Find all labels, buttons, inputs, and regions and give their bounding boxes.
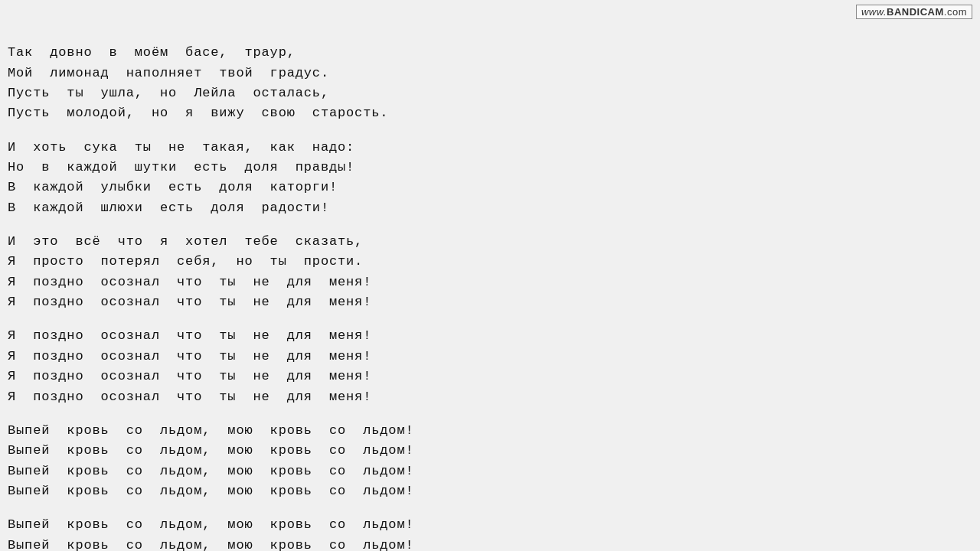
lyric-line: Выпей кровь со льдом, мою кровь со льдом… (8, 421, 972, 441)
lyric-line: Выпей кровь со льдом, мою кровь со льдом… (8, 481, 972, 501)
stanza-2: И это всё что я хотел тебе сказать,Я про… (8, 232, 972, 312)
lyric-line: Выпей кровь со льдом, мою кровь со льдом… (8, 441, 972, 461)
stanza-3: Я поздно осознал что ты не для меня!Я по… (8, 326, 972, 406)
lyric-line: Выпей кровь со льдом, мою кровь со льдом… (8, 461, 972, 481)
lyric-line: Пусть ты ушла, но Лейла осталась, (8, 83, 972, 103)
stanza-4: Выпей кровь со льдом, мою кровь со льдом… (8, 421, 972, 501)
lyric-line: Я поздно осознал что ты не для меня! (8, 292, 972, 312)
lyric-line: И хоть сука ты не такая, как надо: (8, 138, 972, 158)
lyric-line: Я поздно осознал что ты не для меня! (8, 326, 972, 346)
lyric-line: Пусть молодой, но я вижу свою старость. (8, 103, 972, 123)
lyric-line: Но в каждой шутки есть доля правды! (8, 158, 972, 178)
lyric-line: Выпей кровь со льдом, мою кровь со льдом… (8, 536, 972, 551)
lyric-line: В каждой шлюхи есть доля радости! (8, 198, 972, 218)
lyric-line: Я поздно осознал что ты не для меня! (8, 367, 972, 386)
lyric-line: Я поздно осознал что ты не для меня! (8, 272, 972, 292)
stanza-5: Выпей кровь со льдом, мою кровь со льдом… (8, 515, 972, 551)
watermark: www.BANDICAM.com (856, 5, 972, 19)
lyric-line: В каждой улыбки есть доля каторги! (8, 178, 972, 197)
lyric-line: Я просто потерял себя, но ты прости. (8, 252, 972, 272)
lyric-line: Мой лимонад наполняет твой градус. (8, 64, 972, 83)
lyric-line: Я поздно осознал что ты не для меня! (8, 387, 972, 407)
lyric-line: И это всё что я хотел тебе сказать, (8, 232, 972, 252)
lyric-line: Выпей кровь со льдом, мою кровь со льдом… (8, 515, 972, 535)
stanza-0: Так довно в моём басе, траур,Мой лимонад… (8, 43, 972, 123)
lyric-line: Так довно в моём басе, траур, (8, 43, 972, 63)
lyrics-container: Так довно в моём басе, траур,Мой лимонад… (8, 23, 972, 543)
stanza-1: И хоть сука ты не такая, как надо:Но в к… (8, 138, 972, 218)
lyric-line: Я поздно осознал что ты не для меня! (8, 347, 972, 367)
